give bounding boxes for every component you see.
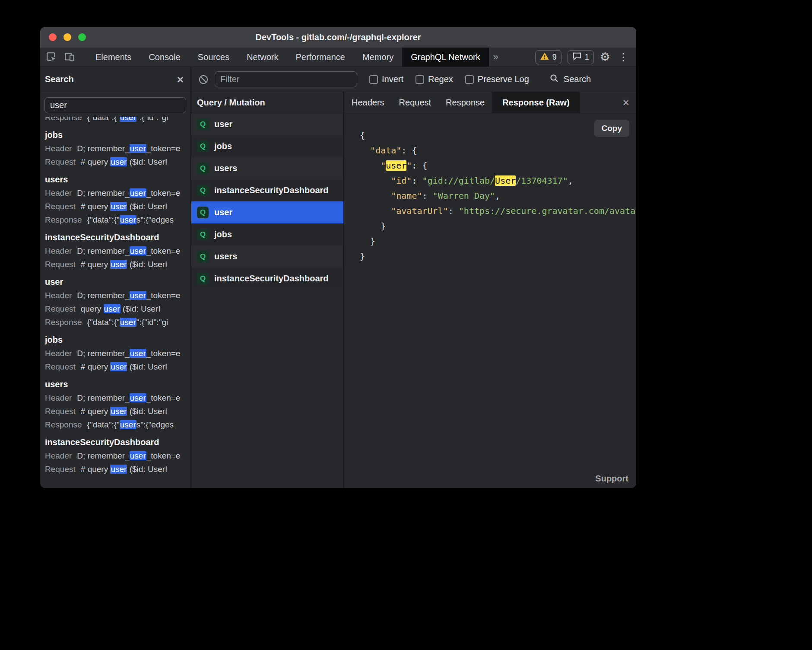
search-result-row[interactable]: Request# query user ($id: UserI	[45, 258, 190, 271]
query-label: jobs	[214, 229, 232, 239]
search-result-title[interactable]: jobs	[45, 333, 190, 347]
search-result-text: _token=e	[146, 246, 181, 255]
kebab-menu-icon[interactable]: ⋮	[616, 52, 630, 62]
search-result-row[interactable]: HeaderD; remember_user_token=e	[45, 449, 190, 462]
json-token: }	[370, 236, 375, 246]
search-result-row[interactable]: Request# query user ($id: UserI	[45, 200, 190, 213]
close-window-button[interactable]	[49, 33, 57, 41]
warning-icon	[540, 52, 549, 63]
response-tab-headers[interactable]: Headers	[344, 92, 392, 113]
search-result-row[interactable]: Response{"data":{"user":{"id":"gi	[45, 315, 190, 329]
query-list-item[interactable]: Qusers	[191, 245, 343, 268]
search-result-title[interactable]: instanceSecurityDashboard	[45, 231, 190, 244]
search-result-text: ":{"id":"gi	[136, 318, 168, 327]
json-line: }	[360, 219, 636, 234]
json-token: "avatarUrl"	[391, 206, 448, 216]
search-result-title[interactable]: jobs	[45, 128, 190, 142]
search-match-highlight: user	[110, 202, 127, 211]
search-result-field-label: Response	[45, 117, 82, 122]
search-result-title[interactable]: users	[45, 173, 190, 186]
search-result-row[interactable]: HeaderD; remember_user_token=e	[45, 186, 190, 200]
checkbox-regex[interactable]: Regex	[416, 74, 453, 84]
search-input[interactable]	[44, 97, 186, 113]
query-badge: Q	[197, 140, 209, 152]
minimize-window-button[interactable]	[63, 33, 71, 41]
tab-graphql-network[interactable]: GraphQL Network	[402, 48, 488, 67]
search-toggle-button[interactable]: Search	[549, 73, 591, 86]
search-result-text: D; remember_	[77, 291, 129, 300]
search-result-row[interactable]: Request# query user ($id: UserI	[45, 462, 190, 476]
query-list-item[interactable]: Qusers	[191, 157, 343, 179]
tab-network[interactable]: Network	[238, 48, 287, 67]
search-result-row[interactable]: Response{"data":{"users":{"edges	[45, 418, 190, 431]
json-token: "gid://gitlab/	[422, 175, 495, 186]
toolbar-right-group: 9 1 ⚙ ⋮	[535, 50, 630, 64]
search-result-text: ($id: UserI	[127, 202, 167, 211]
search-result-group: jobsHeaderD; remember_user_token=eReques…	[45, 128, 190, 169]
search-result-field-label: Header	[45, 246, 72, 255]
tab-console[interactable]: Console	[140, 48, 189, 67]
checkbox-label: Invert	[382, 74, 403, 84]
settings-gear-icon[interactable]: ⚙	[600, 51, 610, 63]
inspect-element-icon[interactable]	[45, 51, 57, 63]
search-result-title[interactable]: instanceSecurityDashboard	[45, 436, 190, 449]
search-result-row[interactable]: Response{"data":{"user":{"id":"gi	[45, 117, 190, 124]
response-tab-response-raw[interactable]: Response (Raw)	[492, 92, 580, 113]
more-tabs-chevron-icon[interactable]: »	[489, 51, 503, 63]
issues-warning-badge[interactable]: 9	[535, 50, 561, 64]
search-result-row[interactable]: Request# query user ($id: UserI	[45, 405, 190, 418]
tab-memory[interactable]: Memory	[354, 48, 402, 67]
devtools-window: DevTools - gitlab.com/-/graphql-explorer…	[40, 27, 636, 488]
messages-badge[interactable]: 1	[568, 50, 594, 64]
clear-circle-slash-icon[interactable]	[197, 73, 209, 86]
search-result-row[interactable]: HeaderD; remember_user_token=e	[45, 391, 190, 405]
zoom-window-button[interactable]	[78, 33, 86, 41]
search-result-title[interactable]: user	[45, 275, 190, 289]
checkbox-box	[369, 75, 378, 84]
search-result-row[interactable]: HeaderD; remember_user_token=e	[45, 244, 190, 258]
search-result-text: _token=e	[146, 144, 181, 153]
search-result-row[interactable]: Request# query user ($id: UserI	[45, 155, 190, 169]
search-match-highlight: User	[495, 175, 516, 186]
device-toolbar-icon[interactable]	[63, 51, 76, 63]
json-token: ,	[568, 175, 573, 186]
search-result-row[interactable]: Response{"data":{"users":{"edges	[45, 213, 190, 226]
checkbox-preserve-log[interactable]: Preserve Log	[465, 74, 529, 84]
query-list-item[interactable]: Qjobs	[191, 135, 343, 157]
json-token: }	[381, 221, 386, 231]
response-tab-response[interactable]: Response	[438, 92, 492, 113]
title-bar[interactable]: DevTools - gitlab.com/-/graphql-explorer	[40, 27, 636, 48]
search-result-text: ($id: UserI	[127, 157, 167, 166]
tab-sources[interactable]: Sources	[189, 48, 238, 67]
close-search-panel-icon[interactable]: ×	[177, 74, 184, 85]
query-list-item-selected[interactable]: Quser	[191, 201, 343, 223]
search-result-row[interactable]: Requestquery user ($id: UserI	[45, 302, 190, 315]
query-list-item[interactable]: QinstanceSecurityDashboard	[191, 268, 343, 290]
support-link[interactable]: Support	[595, 474, 628, 484]
search-result-text: _token=e	[146, 349, 181, 358]
query-list: QuserQjobsQusersQinstanceSecurityDashboa…	[191, 113, 343, 290]
search-result-group: usersHeaderD; remember_user_token=eReque…	[45, 173, 190, 226]
checkbox-invert[interactable]: Invert	[369, 74, 403, 84]
close-detail-panel-icon[interactable]: ×	[623, 97, 629, 108]
json-token: "	[406, 160, 412, 171]
tab-performance[interactable]: Performance	[287, 48, 354, 67]
search-result-row[interactable]: HeaderD; remember_user_token=e	[45, 347, 190, 360]
search-result-row[interactable]: HeaderD; remember_user_token=e	[45, 142, 190, 155]
query-badge: Q	[197, 251, 209, 262]
query-list-item[interactable]: Qjobs	[191, 223, 343, 245]
response-tab-request[interactable]: Request	[392, 92, 439, 113]
search-result-text: D; remember_	[77, 246, 129, 255]
query-label: jobs	[214, 141, 232, 151]
json-line: }	[360, 234, 636, 249]
tab-elements[interactable]: Elements	[87, 48, 140, 67]
search-match-highlight: user	[130, 291, 146, 300]
filter-input[interactable]	[215, 71, 357, 87]
query-list-item[interactable]: QinstanceSecurityDashboard	[191, 179, 343, 201]
search-result-row[interactable]: HeaderD; remember_user_token=e	[45, 289, 190, 302]
search-result-title[interactable]: users	[45, 378, 190, 391]
search-result-field-label: Request	[45, 202, 76, 211]
search-result-row[interactable]: Request# query user ($id: UserI	[45, 360, 190, 373]
query-list-item[interactable]: Quser	[191, 113, 343, 135]
search-result-text: _token=e	[146, 451, 181, 460]
